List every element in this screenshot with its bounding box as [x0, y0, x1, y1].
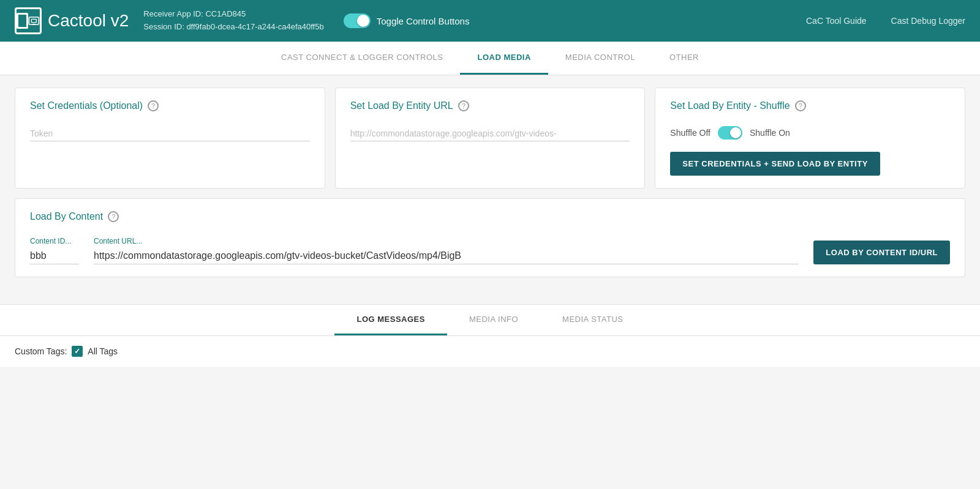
tab-media-status[interactable]: MEDIA STATUS: [540, 305, 645, 335]
content-id-label: Content ID...: [30, 237, 79, 245]
receiver-id: Receiver App ID: CC1AD845: [143, 8, 323, 21]
tab-log-messages[interactable]: LOG MESSAGES: [334, 305, 447, 335]
load-entity-url-title: Set Load By Entity URL ?: [350, 100, 630, 111]
load-entity-shuffle-help-icon[interactable]: ?: [795, 100, 806, 111]
top-cards-row: Set Credentials (Optional) ? Set Load By…: [15, 88, 965, 189]
cast-logo-icon: [15, 7, 42, 34]
session-id: Session ID: dff9fab0-dcea-4c17-a244-ca4e…: [143, 21, 323, 34]
tab-cast-connect[interactable]: CAST CONNECT & LOGGER CONTROLS: [264, 42, 460, 75]
entity-url-input[interactable]: [350, 126, 630, 141]
main-content: Set Credentials (Optional) ? Set Load By…: [0, 75, 980, 299]
load-entity-shuffle-title: Set Load By Entity - Shuffle ?: [670, 100, 950, 111]
load-fields-row: Content ID... bbb Content URL... https:/…: [30, 237, 950, 264]
load-by-content-card: Load By Content ? Content ID... bbb Cont…: [15, 198, 965, 277]
load-by-content-button[interactable]: LOAD BY CONTENT ID/URL: [813, 241, 950, 264]
svg-rect-0: [29, 17, 39, 24]
set-credentials-send-load-button[interactable]: SET CREDENTIALS + SEND LOAD BY ENTITY: [670, 152, 880, 176]
content-url-value[interactable]: https://commondatastorage.googleapis.com…: [94, 248, 799, 264]
toggle-control-buttons-switch[interactable]: [344, 13, 371, 28]
all-tags-label: All Tags: [88, 346, 118, 356]
tab-media-info[interactable]: MEDIA INFO: [447, 305, 540, 335]
header-links: CaC Tool Guide Cast Debug Logger: [806, 16, 965, 26]
shuffle-on-label: Shuffle On: [750, 128, 790, 138]
load-entity-url-card: Set Load By Entity URL ?: [335, 88, 646, 189]
content-id-value[interactable]: bbb: [30, 248, 79, 264]
load-entity-shuffle-card: Set Load By Entity - Shuffle ? Shuffle O…: [655, 88, 965, 189]
custom-tags-row: Custom Tags: All Tags: [15, 346, 965, 357]
logo-section: Cactool v2: [15, 7, 129, 34]
bottom-section: LOG MESSAGES MEDIA INFO MEDIA STATUS Cus…: [0, 304, 980, 367]
tab-other[interactable]: OTHER: [652, 42, 716, 75]
all-tags-checkbox[interactable]: [72, 346, 83, 357]
tab-media-control[interactable]: MEDIA CONTROL: [548, 42, 652, 75]
main-navigation: CAST CONNECT & LOGGER CONTROLS LOAD MEDI…: [0, 42, 980, 75]
svg-rect-1: [32, 19, 37, 22]
credentials-help-icon[interactable]: ?: [148, 100, 159, 111]
shuffle-off-label: Shuffle Off: [670, 128, 710, 138]
cast-debug-logger-link[interactable]: Cast Debug Logger: [891, 16, 965, 26]
cac-tool-guide-link[interactable]: CaC Tool Guide: [806, 16, 867, 26]
app-title: Cactool v2: [48, 11, 129, 31]
load-by-content-title: Load By Content ?: [30, 211, 950, 222]
load-entity-url-help-icon[interactable]: ?: [458, 100, 469, 111]
tab-load-media[interactable]: LOAD MEDIA: [460, 42, 548, 75]
load-by-content-help-icon[interactable]: ?: [108, 211, 119, 222]
custom-tags-label: Custom Tags:: [15, 346, 67, 356]
token-input[interactable]: [30, 126, 310, 141]
log-messages-content: Custom Tags: All Tags: [0, 336, 980, 367]
bottom-navigation: LOG MESSAGES MEDIA INFO MEDIA STATUS: [0, 305, 980, 336]
content-url-label: Content URL...: [94, 237, 799, 245]
credentials-card: Set Credentials (Optional) ?: [15, 88, 325, 189]
credentials-card-title: Set Credentials (Optional) ?: [30, 100, 310, 111]
content-id-group: Content ID... bbb: [30, 237, 79, 264]
content-url-group: Content URL... https://commondatastorage…: [94, 237, 799, 264]
toggle-control-section: Toggle Control Buttons: [344, 13, 470, 28]
app-header: Cactool v2 Receiver App ID: CC1AD845 Ses…: [0, 0, 980, 42]
shuffle-toggle-row: Shuffle Off Shuffle On: [670, 126, 950, 140]
session-info: Receiver App ID: CC1AD845 Session ID: df…: [143, 8, 323, 34]
shuffle-toggle-switch[interactable]: [718, 126, 742, 140]
toggle-control-label: Toggle Control Buttons: [377, 16, 470, 26]
